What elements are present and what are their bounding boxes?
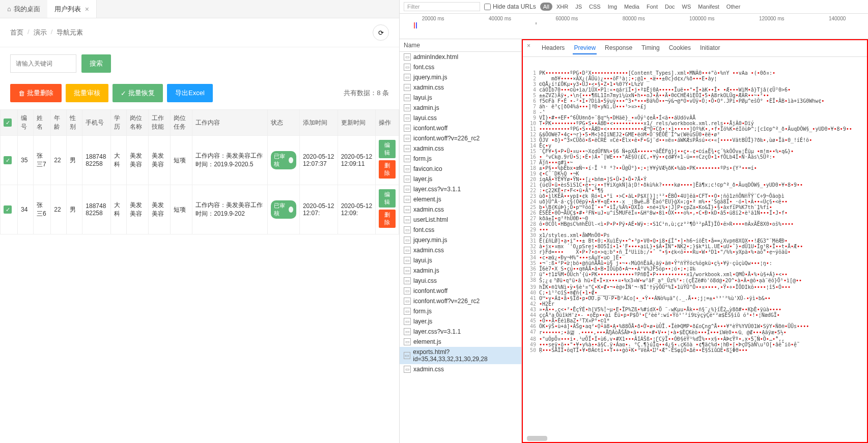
filter-tag-font[interactable]: Font [643,3,661,11]
request-item[interactable]: ▭element.js [400,337,521,347]
checkbox-all[interactable]: ✓ [4,119,12,127]
preview-content: 1PK••••••••ºPG•D²X••••••••••••[Content_T… [523,57,867,442]
filter-tag-manifest[interactable]: Manifest [695,3,722,11]
file-icon: ▭ [404,216,411,223]
request-item[interactable]: ▭xadmin.css [400,143,521,154]
file-icon: ▭ [404,352,410,359]
file-icon: ▭ [404,53,411,61]
request-item[interactable]: ▭xadmin.js [400,265,521,276]
request-item[interactable]: ▭element.js [400,194,521,204]
request-item[interactable]: ▭xadmin.css [400,82,521,93]
request-item[interactable]: ▭layer.css?v=3.1.1 [400,184,521,194]
request-item[interactable]: ▭layui.css [400,276,521,286]
filter-input[interactable]: Filter [404,2,480,11]
delete-button[interactable]: 删除 [379,210,396,228]
export-excel-button[interactable]: 导出Excel [167,84,213,102]
filter-tag-media[interactable]: Media [621,3,642,11]
request-item[interactable]: ▭iconfont.woff [400,123,521,133]
file-icon: ▭ [404,308,411,315]
edit-button[interactable]: 编辑 [379,140,396,158]
close-detail-icon[interactable]: × [527,42,530,54]
filter-tag-other[interactable]: Other [723,3,744,11]
file-icon: ▭ [404,135,411,142]
detail-tab-response[interactable]: Response [604,42,633,54]
home-icon: ⌂ [7,5,11,13]
name-column-header[interactable]: Name [400,39,521,52]
request-item[interactable]: ▭favicon.ico [400,164,521,174]
check-icon: ✓ [121,90,126,97]
th-phone: 手机号 [82,110,111,136]
request-item[interactable]: ▭layui.js [400,255,521,265]
batch-audit-button[interactable]: 批量审核 [66,84,108,102]
file-icon: ▭ [404,247,411,254]
request-item[interactable]: ▭xadmin.css [400,204,521,215]
request-item[interactable]: ▭form.js [400,154,521,164]
tab-userlist[interactable]: 用户列表 × [47,0,97,18]
file-icon: ▭ [404,338,411,345]
request-item[interactable]: ▭jquery.min.js [400,72,521,82]
request-item[interactable]: ▭layer.js [400,316,521,327]
breadcrumb-current: 导航元素 [57,28,83,37]
request-item[interactable]: ▭xadmin.js [400,103,521,113]
request-item[interactable]: ▭iconfont.woff [400,286,521,296]
batch-restore-button[interactable]: ✓ 批量恢复 [113,84,163,102]
th-skill: 工作技能 [149,110,171,136]
tab-home-label: 我的桌面 [14,5,40,14]
request-item[interactable]: ▭xadmin.css [400,364,521,374]
th-status: 状态 [267,110,299,136]
filter-tag-ws[interactable]: WS [679,3,694,11]
filter-tag-xhr[interactable]: XHR [553,3,571,11]
filter-tag-all[interactable]: All [540,3,552,11]
detail-tab-cookies[interactable]: Cookies [668,42,692,54]
edit-button[interactable]: 编辑 [379,189,396,208]
request-item[interactable]: ▭layer.css?v=3.1.1 [400,327,521,337]
request-item[interactable]: ▭exports.html?id=35,34,33,32,31,30,29,28 [400,347,521,364]
user-table: ✓ 编号 姓名 年龄 性别 手机号 学历 岗位名称 工作技能 岗位任务 工作内容… [0,109,399,234]
filter-tag-img[interactable]: Img [605,3,620,11]
batch-delete-button[interactable]: 🗑 批量删除 [10,84,62,102]
request-item[interactable]: ▭jquery.min.js [400,235,521,245]
request-item[interactable]: ▭form.js [400,306,521,316]
file-icon: ▭ [404,145,411,152]
request-item[interactable]: ▭layui.css [400,113,521,123]
row-checkbox[interactable]: ✓ [4,205,12,214]
row-checkbox[interactable]: ✓ [4,156,12,164]
filter-tag-js[interactable]: JS [572,3,585,11]
breadcrumb-demo[interactable]: 演示 [34,28,47,37]
breadcrumb-home[interactable]: 首页 [10,28,23,37]
request-item[interactable]: ▭userList.html [400,215,521,225]
detail-tab-initiator[interactable]: Initiator [699,42,721,54]
search-button[interactable]: 搜索 [81,54,111,73]
file-icon: ▭ [404,196,411,203]
detail-tab-timing[interactable]: Timing [640,42,661,54]
filter-tag-css[interactable]: CSS [586,3,604,11]
request-item[interactable]: ▭layer.js [400,174,521,184]
file-icon: ▭ [404,318,411,325]
detail-tab-preview[interactable]: Preview [573,42,597,54]
status-badge[interactable]: 已审核 [271,151,296,169]
tab-home[interactable]: ⌂ 我的桌面 [0,0,47,18]
timeline[interactable]: 20000 ms40000 ms60000 ms80000 ms100000 m… [400,14,868,39]
request-item[interactable]: ▭layui.js [400,93,521,103]
request-item[interactable]: ▭font.css [400,225,521,235]
horizontal-scrollbar[interactable] [527,436,547,441]
request-item[interactable]: ▭xadmin.css [400,245,521,255]
search-input[interactable] [10,54,76,73]
file-icon: ▭ [404,84,411,91]
request-item[interactable]: ▭iconfont.woff?v=226_rc2 [400,133,521,143]
request-item[interactable]: ▭adminIndex.html [400,52,521,62]
file-icon: ▭ [404,165,411,172]
detail-tab-headers[interactable]: Headers [541,42,566,54]
hide-urls-checkbox[interactable]: Hide data URLs [484,3,536,10]
delete-button[interactable]: 删除 [379,160,396,179]
file-icon: ▭ [404,186,411,193]
th-gender: 性别 [67,110,82,136]
request-item[interactable]: ▭iconfont.woff?v=226_rc2 [400,296,521,306]
filter-tag-doc[interactable]: Doc [662,3,678,11]
refresh-icon: ⟳ [378,29,384,37]
request-item[interactable]: ▭font.css [400,62,521,72]
tab-label: 用户列表 [54,5,81,14]
status-badge[interactable]: 已审核 [271,200,296,219]
refresh-button[interactable]: ⟳ [373,24,389,41]
close-icon[interactable]: × [85,5,89,13]
